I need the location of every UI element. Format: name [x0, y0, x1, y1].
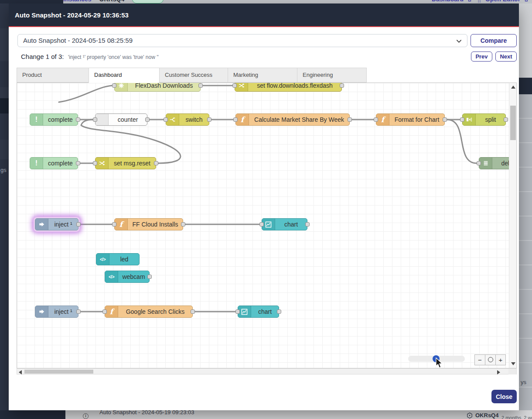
close-button[interactable]: Close [491, 390, 517, 403]
output-port [181, 222, 185, 227]
open-editor-link[interactable]: Open Editor [485, 0, 520, 3]
external-link-icon [468, 0, 473, 2]
node-split[interactable]: split [462, 113, 506, 126]
modal-title: Auto Snapshot - 2024-05-29 10:36:53 [9, 3, 519, 27]
input-port [477, 161, 481, 165]
node-label: counter [109, 114, 147, 125]
node-inject-1[interactable]: inject ¹ [35, 218, 78, 230]
scroll-left-arrow[interactable] [19, 370, 22, 374]
snapshot-select-value: Auto Snapshot - 2024-05-15 08:25:59 [23, 37, 133, 44]
node-complete-1[interactable]: !complete [30, 113, 78, 126]
snapshot-select[interactable]: Auto Snapshot - 2024-05-15 08:25:59 [17, 34, 467, 47]
change-shuffle-icon [95, 158, 109, 169]
exclamation-icon: ! [30, 114, 43, 125]
output-port [348, 117, 352, 122]
output-port [145, 117, 150, 122]
node-calculate-market-share-by-week[interactable]: fCalculate Market Share By Week [235, 113, 350, 126]
node-chart-2[interactable]: chart [238, 306, 279, 318]
scroll-up-arrow[interactable] [511, 86, 515, 89]
output-port [191, 309, 195, 314]
zoom-slider[interactable] [408, 356, 465, 362]
inject-arrow-icon [35, 219, 48, 230]
debug-list-icon [479, 158, 492, 169]
scroll-right-arrow[interactable] [497, 370, 500, 374]
function-f-icon: f [115, 219, 128, 230]
output-port [207, 117, 211, 122]
input-port [235, 309, 240, 314]
zoom-reset-circle-icon [488, 357, 493, 362]
background-instance-name[interactable]: OKRsQ4 [475, 412, 498, 419]
background-right-column [519, 3, 532, 419]
code-template-icon: </> [105, 271, 118, 282]
flow-tabs: ProductDashboardCustomer SuccessMarketin… [17, 68, 367, 83]
function-f-icon: f [236, 114, 249, 125]
background-topbar-dark [0, 0, 63, 3]
breadcrumb-instance: OKRsQ4 [99, 0, 125, 3]
output-port [76, 222, 81, 227]
node-label: Format for Chart [389, 114, 444, 125]
snapshot-compare-modal: Auto Snapshot - 2024-05-29 10:36:53 Auto… [9, 3, 519, 410]
node-complete-2[interactable]: !complete [30, 157, 78, 169]
horizontal-scrollbar-thumb[interactable] [24, 370, 93, 374]
node-label: FlexDash Downloads [128, 82, 200, 91]
exclamation-icon: ! [30, 158, 43, 169]
node-label: led [109, 254, 139, 265]
output-port [305, 222, 310, 227]
node-label: chart [251, 306, 279, 317]
line-chart-icon [238, 306, 251, 317]
flow-canvas[interactable]: FlexDash Downloadsset flow.downloads.fle… [17, 82, 517, 368]
output-port [147, 275, 152, 279]
node-flexdash-downloads[interactable]: FlexDash Downloads [114, 82, 201, 92]
dashboard-link[interactable]: Dashboard [432, 0, 464, 3]
output-port [340, 83, 344, 88]
tab-product[interactable]: Product [17, 68, 89, 82]
output-port [443, 117, 447, 122]
flexdash-star-icon [115, 82, 128, 91]
background-timestamp-fragment: 2 months, 2 weeks, 4 d [501, 415, 532, 419]
function-f-icon: f [376, 114, 389, 125]
prev-button[interactable]: Prev [471, 52, 492, 62]
node-ff-cloud-installs[interactable]: fFF Cloud Installs [114, 218, 183, 230]
node-format-for-chart[interactable]: fFormat for Chart [376, 113, 445, 126]
node-label: set flow.downloads.flexdash [248, 82, 341, 91]
zoom-out-button[interactable]: − [474, 354, 485, 365]
next-button[interactable]: Next [495, 52, 517, 62]
horizontal-scrollbar[interactable] [17, 368, 517, 374]
node-counter[interactable]: counter [95, 113, 147, 126]
compare-button[interactable]: Compare [471, 34, 517, 47]
vertical-scrollbar[interactable] [509, 83, 516, 368]
split-icon [463, 114, 476, 125]
node-led[interactable]: </>led [96, 253, 140, 265]
node-switch[interactable]: switch [166, 113, 209, 126]
node-label: inject ¹ [48, 306, 78, 317]
scrollbar-corner [508, 369, 516, 374]
breadcrumb-section[interactable]: Instances [63, 0, 92, 3]
node-set-flow-downloads-flexdash[interactable]: set flow.downloads.flexdash [235, 82, 342, 92]
vertical-scrollbar-thumb[interactable] [510, 106, 516, 140]
node-webcam[interactable]: </>webcam [105, 271, 150, 283]
output-port [154, 161, 158, 165]
background-text-fragment: ys [521, 379, 526, 385]
zoom-in-button[interactable]: + [495, 354, 506, 365]
node-google-search-clicks[interactable]: fGoogle Search Clicks [105, 306, 193, 318]
tab-engineering[interactable]: Engineering [297, 68, 367, 82]
zoom-slider-thumb[interactable] [433, 355, 440, 362]
sidebar-label-fragment[interactable]: gs [0, 167, 7, 173]
node-inject-2[interactable]: inject ¹ [35, 306, 78, 318]
input-port [232, 83, 237, 88]
node-chart-1[interactable]: chart [262, 218, 307, 230]
node-set-msg-reset[interactable]: set msg.reset [95, 157, 156, 169]
node-label: set msg.reset [109, 158, 156, 169]
output-port [277, 309, 281, 314]
tab-customer-success[interactable]: Customer Success [159, 68, 228, 82]
input-port [112, 83, 116, 88]
wire-format-to-debug [447, 120, 477, 163]
wire-setmsgreset-to-counter [81, 120, 181, 163]
node-label: Google Search Clicks [118, 306, 192, 317]
tab-dashboard[interactable]: Dashboard [89, 68, 159, 83]
tab-marketing[interactable]: Marketing [228, 68, 297, 82]
scroll-down-arrow[interactable] [511, 362, 515, 365]
input-port [233, 117, 238, 122]
input-port [164, 117, 168, 122]
zoom-reset-button[interactable] [485, 354, 495, 365]
